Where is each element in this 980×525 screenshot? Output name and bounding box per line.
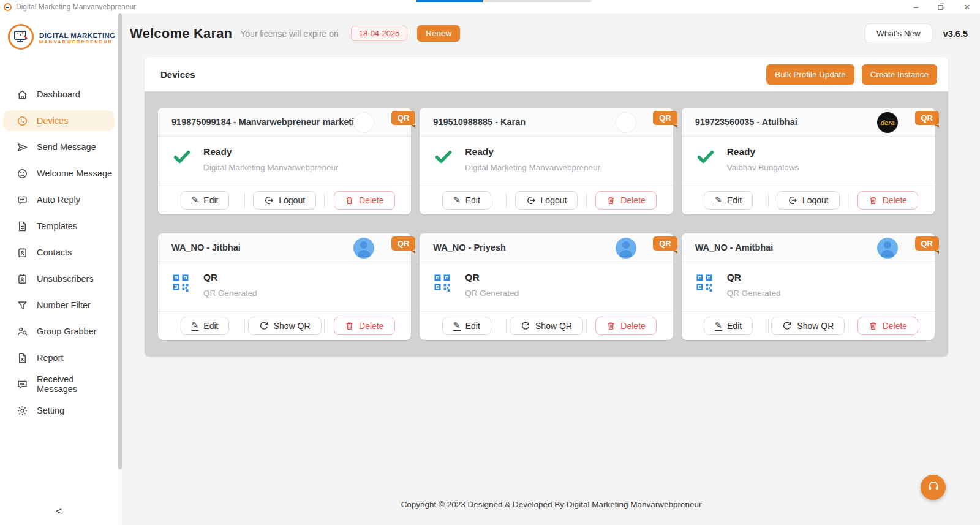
avatar: dera xyxy=(877,112,898,133)
delete-button[interactable]: Delete xyxy=(334,191,394,210)
sidebar-item-label: Setting xyxy=(37,406,64,415)
edit-button[interactable]: ✎Edit xyxy=(442,317,491,335)
edit-button[interactable]: ✎Edit xyxy=(442,191,491,210)
device-card: WA_NO - Priyesh QR QR QR Generated ✎Edit xyxy=(420,233,673,340)
status-subtitle: Digital Marketing Manvarwebpreneur xyxy=(203,163,339,172)
delete-button[interactable]: Delete xyxy=(858,317,918,335)
avatar-text: dera xyxy=(880,119,894,126)
qr-code-icon xyxy=(172,272,203,303)
sidebar-item-label: Welcome Message xyxy=(37,168,112,178)
qr-badge[interactable]: QR xyxy=(653,111,677,125)
device-card: 919510988885 - Karan QR Ready Digital Ma… xyxy=(420,108,673,214)
delete-button[interactable]: Delete xyxy=(595,191,656,210)
sidebar-item-received-messages[interactable]: Received Messages xyxy=(3,374,115,395)
close-icon[interactable]: ✕ xyxy=(954,0,980,13)
minimize-icon[interactable]: – xyxy=(903,0,929,13)
delete-button[interactable]: Delete xyxy=(858,191,918,210)
logout-button[interactable]: Logout xyxy=(777,191,840,210)
qr-code-icon xyxy=(433,272,465,303)
sidebar-item-auto-reply[interactable]: Auto Reply xyxy=(3,189,115,210)
edit-button[interactable]: ✎Edit xyxy=(181,191,230,210)
sidebar-item-label: Devices xyxy=(37,116,69,126)
sidebar-collapse-button[interactable]: < xyxy=(0,498,118,525)
show-qr-button[interactable]: Show QR xyxy=(248,317,322,335)
restore-icon[interactable] xyxy=(929,0,954,13)
logo-monitor-icon xyxy=(7,23,34,53)
qr-code-icon xyxy=(695,272,727,303)
status-title: QR xyxy=(465,272,519,283)
sidebar-item-group-grabber[interactable]: Group Grabber xyxy=(3,321,115,342)
sidebar-item-welcome-message[interactable]: Welcome Message xyxy=(3,163,115,184)
sidebar-item-report[interactable]: Report xyxy=(3,347,115,368)
scrollbar-thumb[interactable] xyxy=(118,13,122,469)
qr-badge[interactable]: QR xyxy=(915,236,940,251)
renew-button[interactable]: Renew xyxy=(417,25,460,42)
trash-icon xyxy=(345,195,354,205)
device-card: 919875099184 - Manvarwebpreneur marketi.… xyxy=(158,108,411,214)
delete-button[interactable]: Delete xyxy=(334,317,394,335)
sidebar-item-number-filter[interactable]: Number Filter xyxy=(3,295,115,315)
sidebar-item-label: Unsubscribers xyxy=(37,274,94,284)
home-icon xyxy=(17,89,28,100)
show-qr-button[interactable]: Show QR xyxy=(510,317,583,335)
sidebar-item-unsubscribers[interactable]: Unsubscribers xyxy=(3,268,115,289)
logout-button[interactable]: Logout xyxy=(515,191,578,210)
license-date-badge: 18-04-2025 xyxy=(351,26,408,41)
device-title: WA_NO - Jitbhai xyxy=(172,243,241,252)
status-subtitle: QR Generated xyxy=(727,289,781,298)
sidebar-item-label: Templates xyxy=(37,221,77,231)
sidebar: DIGITAL MARKETING MANVARWEBPRENEUR Dashb… xyxy=(0,13,118,525)
delete-button[interactable]: Delete xyxy=(595,317,656,335)
create-instance-button[interactable]: Create Instance xyxy=(862,64,937,85)
status-subtitle: QR Generated xyxy=(465,289,519,298)
sidebar-item-label: Number Filter xyxy=(37,300,91,310)
whats-new-button[interactable]: What's New xyxy=(865,23,932,43)
whatsapp-icon xyxy=(17,115,28,127)
qr-badge[interactable]: QR xyxy=(391,111,416,125)
device-card: WA_NO - Amitbhai QR QR QR Generated ✎Edi… xyxy=(682,233,935,340)
status-title: Ready xyxy=(465,146,600,157)
qr-badge[interactable]: QR xyxy=(653,236,677,251)
sidebar-item-setting[interactable]: Setting xyxy=(3,400,115,421)
edit-button[interactable]: ✎Edit xyxy=(181,317,230,335)
device-title: 919723560035 - Atulbhai xyxy=(695,117,797,127)
avatar xyxy=(353,112,374,133)
copyright-text: Copyright © 2023 Designed & Developed By… xyxy=(123,491,980,525)
avatar xyxy=(616,238,636,259)
sidebar-item-dashboard[interactable]: Dashboard xyxy=(3,84,115,105)
logo-text: DIGITAL MARKETING MANVARWEBPRENEUR xyxy=(39,32,116,45)
chat-bubble-icon xyxy=(17,194,28,206)
sidebar-item-send-message[interactable]: Send Message xyxy=(3,137,115,157)
trash-icon xyxy=(869,321,878,331)
edit-button[interactable]: ✎Edit xyxy=(704,317,753,335)
check-icon xyxy=(172,146,203,177)
sidebar-item-contacts[interactable]: Contacts xyxy=(3,242,115,263)
devices-panel-header: Devices Bulk Profile Update Create Insta… xyxy=(145,57,948,91)
qr-badge[interactable]: QR xyxy=(915,111,940,125)
support-headset-button[interactable] xyxy=(921,475,946,500)
logo-line1: DIGITAL MARKETING xyxy=(39,32,116,39)
check-icon xyxy=(433,146,465,177)
trash-icon xyxy=(606,321,616,331)
avatar xyxy=(877,238,898,259)
sidebar-item-label: Send Message xyxy=(37,142,96,152)
pencil-icon: ✎ xyxy=(192,195,199,205)
download-progress-bar xyxy=(417,0,591,2)
sidebar-item-templates[interactable]: Templates xyxy=(3,216,115,236)
status-title: QR xyxy=(203,272,257,283)
edit-button[interactable]: ✎Edit xyxy=(704,191,753,210)
device-title: 919875099184 - Manvarwebpreneur marketi.… xyxy=(172,117,361,127)
trash-icon xyxy=(345,321,354,331)
check-icon xyxy=(695,146,727,177)
trash-icon xyxy=(869,195,878,205)
qr-badge[interactable]: QR xyxy=(391,236,416,251)
show-qr-button[interactable]: Show QR xyxy=(771,317,845,335)
avatar xyxy=(616,112,636,133)
logout-button[interactable]: Logout xyxy=(253,191,316,210)
bulk-profile-update-button[interactable]: Bulk Profile Update xyxy=(766,64,854,85)
logo-line2: MANVARWEBPRENEUR xyxy=(39,39,116,45)
title-bar: Digital Marketing Manvarwebpreneur – ✕ xyxy=(0,0,980,13)
version-label: v3.6.5 xyxy=(943,29,968,39)
logout-icon xyxy=(788,195,797,205)
sidebar-item-devices[interactable]: Devices xyxy=(3,110,115,131)
